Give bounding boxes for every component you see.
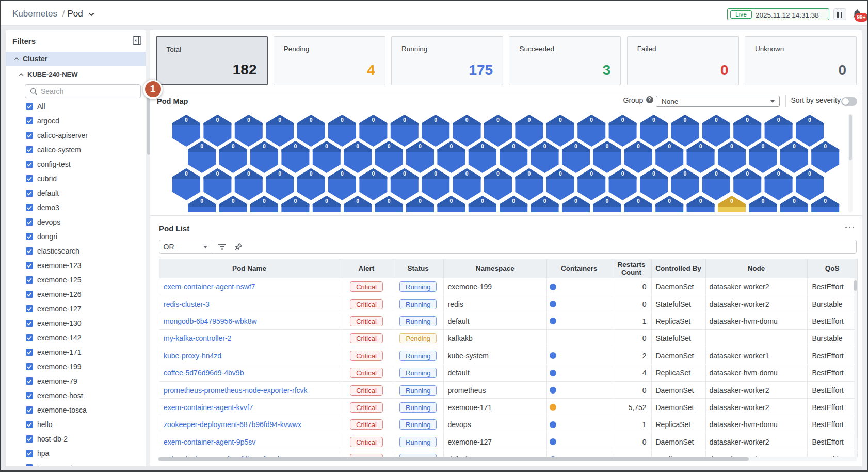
svg-text:0: 0: [263, 143, 266, 149]
svg-text:0: 0: [761, 143, 764, 149]
svg-text:0: 0: [325, 143, 328, 149]
svg-text:0: 0: [278, 170, 281, 177]
svg-text:0: 0: [574, 143, 577, 149]
svg-text:0: 0: [683, 117, 686, 123]
svg-text:0: 0: [777, 117, 780, 123]
svg-text:0: 0: [793, 198, 796, 204]
svg-text:0: 0: [434, 170, 437, 177]
svg-text:0: 0: [512, 198, 515, 204]
svg-text:0: 0: [808, 170, 811, 177]
svg-text:0: 0: [263, 198, 266, 204]
svg-text:0: 0: [419, 143, 422, 149]
svg-text:0: 0: [808, 117, 811, 123]
svg-text:0: 0: [652, 117, 655, 123]
svg-text:0: 0: [777, 170, 780, 177]
svg-text:0: 0: [605, 143, 608, 149]
svg-text:0: 0: [637, 198, 640, 204]
svg-text:0: 0: [824, 198, 827, 204]
svg-text:0: 0: [699, 198, 702, 204]
svg-text:0: 0: [185, 170, 188, 177]
svg-text:0: 0: [543, 198, 546, 204]
svg-text:0: 0: [559, 117, 562, 123]
svg-text:0: 0: [590, 170, 593, 177]
svg-text:0: 0: [419, 198, 422, 204]
svg-text:0: 0: [730, 143, 733, 149]
svg-text:0: 0: [543, 143, 546, 149]
svg-text:0: 0: [294, 198, 297, 204]
svg-text:0: 0: [481, 198, 484, 204]
svg-text:0: 0: [341, 117, 344, 123]
svg-text:0: 0: [793, 143, 796, 149]
svg-text:0: 0: [590, 117, 593, 123]
svg-text:0: 0: [449, 143, 453, 149]
svg-text:0: 0: [372, 117, 375, 123]
svg-text:0: 0: [621, 117, 624, 123]
svg-text:0: 0: [605, 198, 608, 204]
svg-text:0: 0: [216, 117, 219, 123]
svg-text:0: 0: [715, 170, 718, 177]
svg-text:0: 0: [730, 198, 733, 204]
svg-text:0: 0: [481, 143, 484, 149]
svg-text:0: 0: [449, 198, 453, 204]
svg-text:0: 0: [403, 170, 406, 177]
svg-text:0: 0: [247, 117, 250, 123]
svg-text:0: 0: [247, 170, 250, 177]
svg-text:0: 0: [621, 170, 624, 177]
svg-text:0: 0: [824, 143, 827, 149]
svg-text:0: 0: [512, 143, 515, 149]
svg-text:0: 0: [310, 170, 313, 177]
svg-text:0: 0: [372, 170, 375, 177]
svg-text:0: 0: [216, 170, 219, 177]
svg-text:0: 0: [715, 117, 718, 123]
svg-text:0: 0: [637, 143, 640, 149]
svg-text:0: 0: [388, 198, 391, 204]
svg-text:0: 0: [200, 143, 203, 149]
svg-text:0: 0: [496, 117, 500, 123]
svg-text:0: 0: [278, 117, 281, 123]
svg-text:0: 0: [434, 117, 437, 123]
svg-text:0: 0: [746, 117, 749, 123]
svg-text:0: 0: [668, 198, 671, 204]
svg-text:0: 0: [341, 170, 344, 177]
svg-text:0: 0: [356, 198, 359, 204]
svg-text:0: 0: [559, 170, 562, 177]
svg-text:0: 0: [699, 143, 702, 149]
svg-text:0: 0: [403, 117, 406, 123]
svg-text:0: 0: [310, 117, 313, 123]
svg-text:0: 0: [232, 198, 235, 204]
svg-text:0: 0: [683, 170, 686, 177]
svg-text:0: 0: [185, 117, 188, 123]
svg-text:0: 0: [294, 143, 297, 149]
svg-text:0: 0: [465, 117, 469, 123]
svg-text:0: 0: [232, 143, 235, 149]
svg-text:0: 0: [388, 143, 391, 149]
svg-text:0: 0: [761, 198, 764, 204]
svg-text:0: 0: [746, 170, 749, 177]
svg-text:0: 0: [356, 143, 359, 149]
svg-text:0: 0: [527, 117, 531, 123]
svg-text:0: 0: [527, 170, 531, 177]
svg-text:0: 0: [496, 170, 500, 177]
svg-text:0: 0: [668, 143, 671, 149]
svg-text:0: 0: [574, 198, 577, 204]
svg-text:0: 0: [652, 170, 655, 177]
svg-text:0: 0: [465, 170, 469, 177]
svg-text:0: 0: [325, 198, 328, 204]
svg-text:0: 0: [200, 198, 203, 204]
